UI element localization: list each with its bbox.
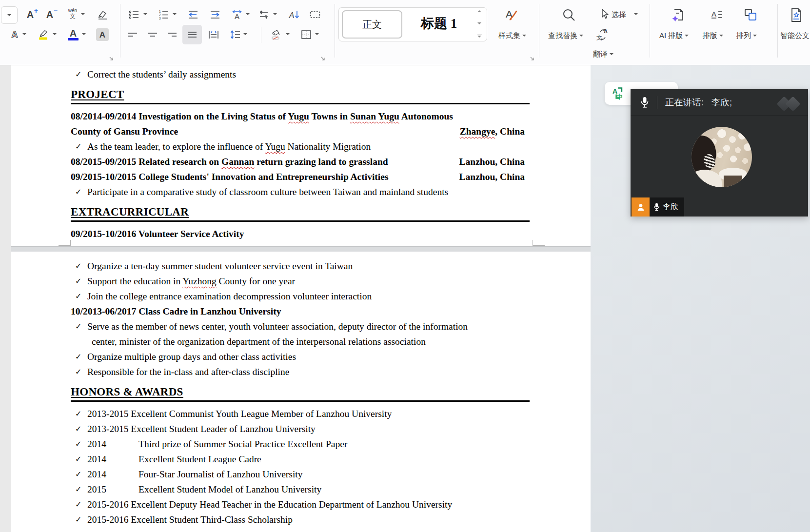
chevron-down-icon[interactable] bbox=[173, 13, 177, 15]
decrease-indent-button[interactable] bbox=[187, 8, 199, 21]
chevron-down-icon[interactable] bbox=[53, 33, 57, 35]
more-styles-icon[interactable] bbox=[477, 35, 482, 38]
find-replace-button[interactable] bbox=[561, 7, 577, 23]
ai-layout-button[interactable] bbox=[670, 7, 687, 23]
character-shading-button[interactable]: A bbox=[96, 28, 109, 41]
character-border-button[interactable]: A bbox=[8, 28, 21, 41]
layout-button[interactable]: A bbox=[710, 8, 724, 22]
style-set-button[interactable]: A bbox=[504, 7, 519, 22]
find-replace-labelrow[interactable]: 查找替换 bbox=[548, 31, 583, 40]
doc-line: ✓Participate in a comparative study of c… bbox=[71, 184, 530, 199]
chevron-down-icon[interactable] bbox=[246, 13, 250, 15]
increase-font-size-button[interactable]: A + bbox=[24, 8, 37, 21]
distribute-button[interactable] bbox=[207, 28, 220, 41]
call-header: 正在讲话: 李欣; bbox=[631, 89, 808, 116]
chevron-down-icon[interactable] bbox=[273, 13, 277, 15]
chevron-down-icon[interactable] bbox=[22, 33, 26, 35]
align-right-button[interactable] bbox=[166, 28, 178, 41]
microphone-icon bbox=[640, 96, 649, 109]
award-year: 2014 bbox=[87, 452, 138, 467]
chevron-down-icon[interactable] bbox=[143, 13, 147, 15]
dialog-launcher-icon[interactable] bbox=[530, 57, 535, 61]
svg-text:A: A bbox=[289, 11, 295, 20]
scroll-down-icon[interactable] bbox=[477, 22, 481, 24]
document-page-2[interactable]: ✓Organize a ten-day summer student volun… bbox=[11, 252, 591, 532]
style-set-labelrow[interactable]: 样式集 bbox=[498, 31, 526, 40]
chevron-down-icon[interactable] bbox=[315, 33, 319, 35]
doc-line: ✓2013-2015 Excellent Student Leader of L… bbox=[71, 421, 530, 436]
document-page-1[interactable]: ✓Correct the students’ daily assignments… bbox=[11, 65, 591, 246]
translate-labelrow[interactable]: 翻译 bbox=[593, 49, 613, 59]
doc-text: County for one year bbox=[217, 276, 295, 286]
eraser-icon bbox=[97, 9, 108, 20]
style-normal[interactable]: 正文 bbox=[342, 10, 402, 39]
smart-doc-label: 智能公文 bbox=[780, 31, 810, 40]
doc-section-heading: EXTRACURRICULAR bbox=[71, 205, 530, 222]
microphone-icon bbox=[653, 202, 660, 212]
doc-text: 2013-2015 Excellent Communist Youth Leag… bbox=[87, 409, 392, 419]
doc-text: 08/2015-09/2015 Related research on bbox=[71, 157, 221, 167]
highlight-color-button[interactable] bbox=[37, 28, 50, 41]
increase-indent-button[interactable] bbox=[209, 8, 221, 21]
doc-line: 10/2013-06/2017 Class Cadre in Lanzhou U… bbox=[71, 304, 530, 319]
shading-button[interactable] bbox=[270, 28, 282, 41]
select-label[interactable]: 选择 bbox=[612, 10, 626, 20]
ai-layout-labelrow[interactable]: AI 排版 bbox=[659, 31, 689, 40]
cursor-select-icon bbox=[599, 8, 610, 20]
font-decrease-icon: A bbox=[46, 10, 53, 20]
bullet-list-button[interactable] bbox=[128, 8, 140, 21]
justify-button[interactable] bbox=[186, 28, 198, 41]
margin-mark bbox=[59, 240, 71, 246]
translate-button[interactable]: 文 A bbox=[596, 28, 610, 41]
chevron-down-icon[interactable] bbox=[634, 13, 638, 15]
translate-green-icon: A 中 bbox=[611, 86, 625, 100]
doc-text: Third prize of Summer Social Practice Ex… bbox=[138, 439, 347, 449]
pinyin-guide-button[interactable]: wén 文 bbox=[65, 7, 80, 20]
participant-name: 李欣 bbox=[663, 202, 678, 212]
dialog-launcher-icon[interactable] bbox=[321, 57, 326, 61]
svg-text:A: A bbox=[12, 30, 18, 39]
dialog-launcher-icon[interactable] bbox=[109, 57, 114, 61]
arrange-button[interactable] bbox=[743, 7, 758, 23]
decrease-font-size-button[interactable]: A − bbox=[43, 8, 56, 21]
ai-layout-label: AI 排版 bbox=[659, 31, 683, 40]
arrange-labelrow[interactable]: 排列 bbox=[736, 31, 757, 40]
select-button[interactable] bbox=[599, 8, 610, 20]
sort-button[interactable]: A bbox=[288, 8, 300, 21]
borders-button[interactable] bbox=[300, 28, 313, 41]
chevron-down-icon[interactable] bbox=[82, 33, 86, 35]
font-color-button[interactable]: A bbox=[67, 28, 79, 41]
video-call-panel[interactable]: 正在讲话: 李欣; 李欣 bbox=[631, 89, 808, 217]
svg-text:2: 2 bbox=[159, 13, 161, 17]
doc-text: Lanzhou, China bbox=[459, 157, 525, 167]
doc-text: Organize multiple group days and other c… bbox=[87, 352, 296, 362]
doc-line: 09/2015-10/2015 College Students' Innova… bbox=[71, 169, 530, 184]
layout-labelrow[interactable]: 排版 bbox=[703, 31, 723, 40]
doc-line-text: 2013-2015 Excellent Student Leader of La… bbox=[87, 421, 316, 436]
doc-text: County of Gansu Province bbox=[71, 126, 178, 137]
spellcheck-flagged-text: Sunan Yugu bbox=[350, 111, 399, 121]
doc-line: 09/2015-10/2016 Volunteer Service Activi… bbox=[71, 226, 530, 241]
clear-formatting-button[interactable] bbox=[96, 8, 109, 21]
align-left-button[interactable] bbox=[126, 28, 139, 41]
swap-convert-button[interactable] bbox=[257, 8, 270, 21]
check-bullet-icon: ✓ bbox=[71, 512, 87, 527]
svg-text:1: 1 bbox=[159, 10, 161, 13]
smart-doc-button[interactable] bbox=[789, 7, 804, 23]
doc-line-text: Responsible for the in-class and after-c… bbox=[87, 364, 289, 379]
chevron-down-icon[interactable] bbox=[243, 33, 247, 35]
chevron-down-icon[interactable] bbox=[81, 13, 85, 15]
text-direction-button[interactable]: A bbox=[231, 8, 243, 21]
collapsed-dropdown[interactable] bbox=[1, 6, 18, 24]
justify-icon bbox=[186, 29, 198, 40]
chevron-down-icon[interactable] bbox=[286, 33, 290, 35]
doc-text: 2013-2015 Excellent Student Leader of La… bbox=[87, 424, 316, 434]
style-heading1[interactable]: 标题 1 bbox=[407, 8, 471, 39]
text-frame-button[interactable] bbox=[309, 8, 321, 21]
scroll-up-icon[interactable] bbox=[477, 10, 481, 12]
numbered-list-button[interactable]: 1 2 3 bbox=[158, 8, 170, 21]
chevron-down-icon bbox=[522, 35, 526, 37]
smart-doc-labelrow[interactable]: 智能公文 bbox=[780, 31, 810, 40]
align-center-button[interactable] bbox=[146, 28, 159, 41]
line-spacing-button[interactable] bbox=[229, 28, 242, 41]
